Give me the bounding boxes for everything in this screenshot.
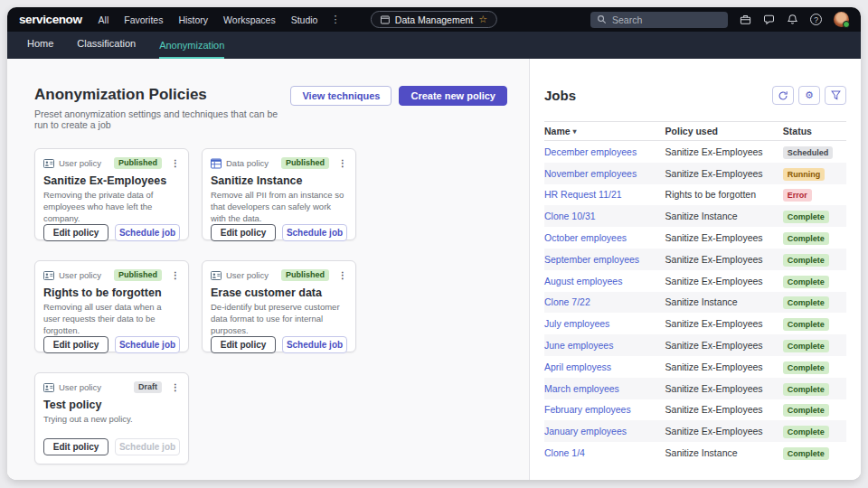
edit-policy-button[interactable]: Edit policy: [43, 438, 108, 455]
job-status-badge: Complete: [783, 426, 829, 438]
job-name-link[interactable]: September employees: [544, 254, 665, 265]
job-policy-used: Sanitize Ex-Employees: [665, 404, 783, 415]
settings-gear-button[interactable]: ⚙: [798, 86, 820, 105]
user-policy-icon: [43, 270, 54, 281]
edit-policy-button[interactable]: Edit policy: [43, 336, 108, 353]
page-title: Anonymization Policies: [34, 86, 290, 104]
card-kebab-icon[interactable]: ⋮: [171, 270, 180, 280]
column-header-name[interactable]: Name ▾: [544, 126, 665, 136]
job-name-link[interactable]: HR Request 11/21: [544, 189, 665, 200]
edit-policy-button[interactable]: Edit policy: [43, 224, 108, 241]
anonymization-policies-panel: Anonymization Policies Preset anonymizat…: [7, 59, 529, 480]
nav-item-studio[interactable]: Studio: [291, 14, 318, 25]
schedule-job-button[interactable]: Schedule job: [115, 224, 180, 241]
card-kebab-icon[interactable]: ⋮: [338, 270, 347, 280]
job-name-link[interactable]: July employees: [544, 318, 665, 329]
policy-status-badge: Published: [281, 269, 329, 281]
search-icon: [597, 14, 607, 24]
app-context-pill[interactable]: Data Management ☆: [371, 11, 497, 28]
filter-button[interactable]: [825, 86, 846, 105]
job-name-link[interactable]: August employees: [544, 276, 665, 286]
policy-card-description: Removing the private data of employees w…: [43, 190, 180, 224]
job-name-link[interactable]: December employees: [544, 146, 665, 157]
refresh-button[interactable]: [772, 86, 794, 105]
tab-classification[interactable]: Classification: [77, 38, 136, 59]
card-kebab-icon[interactable]: ⋮: [171, 382, 180, 392]
card-kebab-icon[interactable]: ⋮: [338, 158, 347, 168]
job-row: April employess Sanitize Ex-Employees Co…: [544, 356, 846, 378]
job-status-badge: Complete: [783, 340, 829, 352]
policy-card-header: User policy Draft ⋮: [43, 381, 180, 393]
job-policy-used: Rights to be forgotten: [665, 189, 783, 200]
job-policy-used: Sanitize Ex-Employees: [665, 340, 783, 351]
policy-card: User policy Published ⋮ Erase customer d…: [202, 260, 356, 352]
view-techniques-button[interactable]: View techniques: [290, 86, 392, 106]
policy-card-description: Removing all user data when a user reque…: [43, 302, 180, 336]
policy-status-badge: Published: [281, 157, 329, 169]
user-policy-icon: [43, 382, 54, 393]
job-name-link[interactable]: Clone 7/22: [544, 296, 665, 307]
schedule-job-button[interactable]: Schedule job: [282, 336, 347, 353]
job-row: Clone 10/31 Sanitize Instance Complete: [544, 205, 846, 227]
global-search[interactable]: [590, 12, 728, 28]
job-policy-used: Sanitize Ex-Employees: [665, 254, 783, 265]
schedule-job-button: Schedule job: [115, 438, 180, 455]
data-policy-icon: [211, 158, 222, 169]
user-policy-icon: [43, 158, 54, 169]
favorite-star-icon[interactable]: ☆: [478, 14, 487, 24]
global-nav: All Favorites History Workspaces Studio: [99, 14, 318, 25]
job-name-link[interactable]: April employess: [544, 361, 665, 372]
search-input[interactable]: [612, 14, 722, 25]
card-kebab-icon[interactable]: ⋮: [171, 158, 180, 168]
policy-type-label: User policy: [226, 270, 269, 280]
job-row: Clone 1/4 Sanitize Instance Complete: [544, 442, 846, 464]
store-icon[interactable]: [740, 14, 751, 25]
column-header-status[interactable]: Status: [783, 126, 846, 136]
policy-card-title: Rights to be forgotten: [43, 286, 180, 299]
policy-type-label: Data policy: [226, 158, 269, 168]
policy-card-title: Test policy: [43, 399, 180, 411]
servicenow-logo: servicenow: [19, 13, 82, 26]
job-name-link[interactable]: February employees: [544, 404, 665, 415]
edit-policy-button[interactable]: Edit policy: [211, 336, 276, 353]
job-name-link[interactable]: Clone 10/31: [544, 211, 665, 221]
tab-home[interactable]: Home: [27, 38, 53, 59]
column-header-policy-used[interactable]: Policy used: [665, 126, 783, 136]
policy-card: User policy Draft ⋮ Test policy Trying o…: [34, 372, 189, 465]
policy-type-label: User policy: [59, 158, 101, 168]
job-policy-used: Sanitize Ex-Employees: [665, 168, 783, 179]
policy-card-actions: Edit policy Schedule job: [43, 224, 180, 241]
help-icon[interactable]: ?: [810, 14, 822, 25]
nav-item-history[interactable]: History: [178, 14, 208, 25]
job-name-link[interactable]: January employees: [544, 426, 665, 436]
user-avatar[interactable]: [834, 12, 849, 27]
job-name-link[interactable]: November employees: [544, 168, 665, 179]
edit-policy-button[interactable]: Edit policy: [211, 224, 276, 241]
chat-icon[interactable]: [763, 14, 775, 25]
policy-card-actions: Edit policy Schedule job: [211, 336, 347, 353]
job-name-link[interactable]: March employees: [544, 383, 665, 394]
sort-descending-icon: ▾: [573, 127, 577, 136]
policies-header: Anonymization Policies Preset anonymizat…: [34, 86, 511, 130]
policy-cards: User policy Published ⋮ Sanitize Ex-Empl…: [34, 148, 511, 465]
job-name-link[interactable]: October employees: [544, 232, 665, 243]
schedule-job-button[interactable]: Schedule job: [282, 224, 347, 241]
schedule-job-button[interactable]: Schedule job: [115, 336, 180, 353]
job-status-badge: Complete: [783, 361, 829, 374]
tab-anonymization[interactable]: Anonymization: [159, 40, 224, 59]
nav-item-favorites[interactable]: Favorites: [124, 14, 163, 25]
nav-item-workspaces[interactable]: Workspaces: [223, 14, 276, 25]
job-row: September employees Sanitize Ex-Employee…: [544, 249, 846, 270]
policy-card-description: Trying out a new policy.: [43, 414, 180, 426]
jobs-panel: Jobs ⚙ Name ▾ Policy us: [529, 59, 861, 480]
job-name-link[interactable]: Clone 1/4: [544, 447, 665, 458]
job-name-link[interactable]: June employees: [544, 340, 665, 351]
nav-item-all[interactable]: All: [99, 14, 109, 25]
create-new-policy-button[interactable]: Create new policy: [399, 86, 507, 106]
job-row: Clone 7/22 Sanitize Instance Complete: [544, 292, 846, 314]
nav-overflow-kebab-icon[interactable]: ⋮: [330, 14, 340, 25]
policy-card-actions: Edit policy Schedule job: [211, 224, 347, 241]
jobs-title: Jobs: [544, 88, 576, 103]
notifications-bell-icon[interactable]: [787, 14, 798, 25]
policy-card-actions: Edit policy Schedule job: [43, 438, 180, 455]
